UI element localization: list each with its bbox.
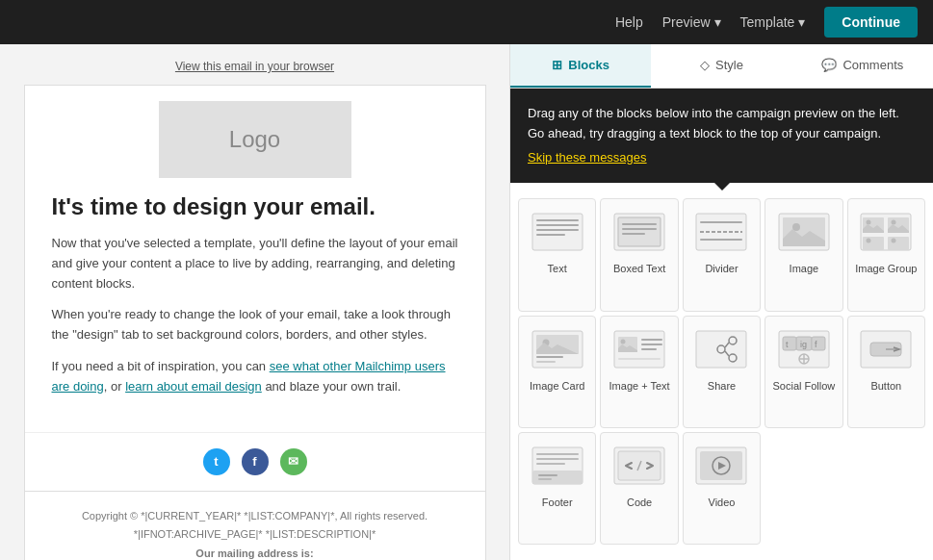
block-social-follow[interactable]: ig f t Social Follow: [765, 316, 842, 428]
svg-rect-37: [618, 358, 661, 360]
facebook-icon[interactable]: f: [242, 448, 269, 475]
svg-point-21: [892, 220, 896, 225]
block-button[interactable]: Button: [847, 316, 925, 428]
block-divider[interactable]: Divider: [683, 198, 761, 311]
boxed-text-block-icon: [607, 207, 672, 257]
text-block-icon: [525, 207, 590, 257]
email-design-link[interactable]: learn about email design: [125, 379, 262, 394]
preview-button[interactable]: Preview ▾: [662, 14, 721, 30]
info-message: Drag any of the blocks below into the ca…: [528, 104, 916, 144]
copyright-text: Copyright © *|CURRENT_YEAR|* *|LIST:COMP…: [52, 507, 458, 526]
svg-text:ig: ig: [800, 340, 807, 349]
social-follow-block-label: Social Follow: [772, 380, 835, 392]
video-block-label: Video: [709, 496, 736, 508]
email-paragraph-1: Now that you've selected a template, you…: [52, 234, 458, 293]
button-block-icon: [853, 324, 919, 374]
svg-rect-36: [641, 348, 657, 350]
continue-button[interactable]: Continue: [824, 7, 918, 38]
email-logo: Logo: [159, 101, 351, 178]
svg-rect-11: [700, 221, 742, 223]
image-block-label: Image: [790, 263, 819, 274]
block-code[interactable]: Code: [600, 432, 678, 545]
svg-point-23: [867, 239, 871, 243]
email-icon[interactable]: ✉: [280, 448, 307, 475]
share-block-label: Share: [708, 380, 736, 392]
block-boxed-text[interactable]: Boxed Text: [600, 198, 678, 311]
svg-rect-9: [622, 233, 645, 235]
block-share[interactable]: Share: [683, 316, 761, 428]
tab-style[interactable]: ◇ Style: [651, 44, 791, 88]
svg-rect-62: [536, 458, 579, 460]
email-footer: Copyright © *|CURRENT_YEAR|* *|LIST:COMP…: [25, 491, 485, 560]
divider-block-label: Divider: [705, 263, 738, 274]
svg-rect-24: [888, 237, 909, 250]
image-group-block-label: Image Group: [855, 263, 917, 274]
code-block-label: Code: [627, 496, 652, 508]
archive-text: *|IFNOT:ARCHIVE_PAGE|* *|LIST:DESCRIPTIO…: [52, 525, 458, 545]
help-link[interactable]: Help: [615, 14, 643, 30]
svg-point-25: [892, 239, 896, 243]
block-image[interactable]: Image: [765, 198, 842, 311]
block-video[interactable]: Video: [683, 432, 761, 545]
email-content: It's time to design your email. Now that…: [25, 193, 485, 424]
twitter-icon[interactable]: t: [203, 448, 230, 475]
svg-rect-1: [536, 219, 579, 221]
svg-rect-8: [622, 228, 657, 230]
svg-rect-35: [641, 344, 662, 345]
email-body: Logo It's time to design your email. Now…: [24, 85, 486, 560]
text-block-label: Text: [548, 263, 567, 274]
block-image-group[interactable]: Image Group: [847, 198, 925, 311]
svg-rect-63: [536, 463, 565, 465]
main-area: View this email in your browser Logo It'…: [0, 44, 933, 560]
svg-rect-29: [536, 356, 563, 358]
info-box: Drag any of the blocks below into the ca…: [510, 89, 933, 183]
svg-rect-30: [536, 361, 556, 363]
share-block-icon: [688, 324, 754, 374]
email-paragraph-2: When you're ready to change the look of …: [52, 305, 458, 345]
block-image-card[interactable]: Image Card: [518, 316, 596, 428]
mailing-label: Our mailing address is:: [52, 545, 458, 560]
footer-block-icon: [525, 441, 590, 491]
tab-bar: ⊞ Blocks ◇ Style 💬 Comments: [510, 44, 933, 89]
image-block-icon: [771, 207, 837, 257]
top-nav: Help Preview ▾ Template ▾ Continue: [0, 0, 933, 44]
svg-rect-7: [622, 223, 657, 225]
email-preview: View this email in your browser Logo It'…: [0, 44, 509, 560]
style-icon: ◇: [700, 58, 710, 72]
svg-point-19: [867, 220, 871, 225]
view-in-browser-link[interactable]: View this email in your browser: [175, 60, 334, 73]
svg-point-16: [792, 223, 800, 231]
svg-rect-2: [536, 224, 579, 226]
svg-rect-38: [696, 331, 746, 368]
template-button[interactable]: Template ▾: [740, 14, 806, 30]
svg-rect-22: [863, 237, 884, 250]
svg-point-33: [621, 339, 626, 344]
email-headline: It's time to design your email.: [52, 193, 458, 220]
logo-text: Logo: [229, 126, 280, 153]
image-card-block-label: Image Card: [530, 380, 584, 392]
video-block-icon: [688, 441, 754, 491]
svg-rect-61: [536, 453, 579, 455]
block-image-text[interactable]: Image + Text: [600, 316, 678, 428]
svg-rect-13: [700, 239, 742, 241]
svg-rect-60: [538, 478, 552, 480]
blocks-grid: Text Boxed Text: [510, 183, 933, 560]
block-footer[interactable]: Footer: [518, 432, 596, 545]
svg-rect-58: [532, 471, 583, 484]
image-card-block-icon: [525, 324, 590, 374]
skip-messages-link[interactable]: Skip these messages: [528, 150, 647, 165]
image-group-block-icon: [853, 207, 919, 257]
social-icons: t f ✉: [25, 432, 485, 491]
grid-icon: ⊞: [552, 58, 562, 72]
tab-blocks[interactable]: ⊞ Blocks: [510, 44, 651, 88]
tab-comments[interactable]: 💬 Comments: [792, 44, 933, 88]
boxed-text-block-label: Boxed Text: [613, 263, 665, 274]
chevron-down-icon: ▾: [714, 14, 721, 30]
image-text-block-label: Image + Text: [609, 380, 670, 392]
svg-rect-3: [536, 229, 579, 231]
comments-icon: 💬: [821, 58, 837, 72]
browser-link: View this email in your browser: [19, 60, 490, 73]
svg-rect-0: [532, 214, 583, 250]
block-text[interactable]: Text: [518, 198, 596, 311]
svg-rect-34: [641, 339, 662, 341]
